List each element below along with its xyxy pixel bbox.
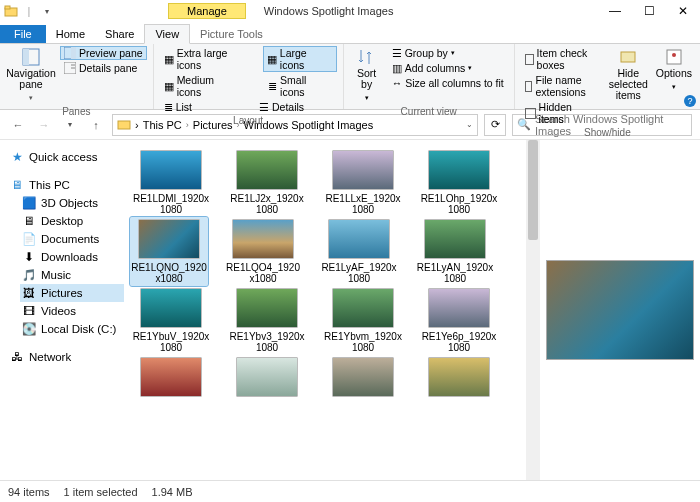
- navigation-pane-button[interactable]: Navigation pane ▾: [6, 46, 56, 105]
- add-columns-button[interactable]: ▥Add columns▾: [388, 61, 508, 75]
- preview-pane-button[interactable]: Preview pane: [60, 46, 147, 60]
- pictures-icon: 🖼: [22, 286, 36, 300]
- layout-medium[interactable]: ▦Medium icons: [160, 73, 244, 99]
- svg-point-11: [672, 53, 676, 57]
- ribbon-group-label-showhide: Show/hide: [521, 126, 694, 139]
- options-button[interactable]: Options ▾: [654, 46, 694, 126]
- file-item[interactable]: [228, 357, 306, 397]
- file-item-selected[interactable]: RE1LQNO_1920x1080: [130, 217, 208, 286]
- size-columns-button[interactable]: ↔Size all columns to fit: [388, 76, 508, 90]
- options-label: Options: [656, 68, 692, 79]
- file-name: RE1LyAF_1920x1080: [320, 262, 398, 284]
- layout-xl-label: Extra large icons: [177, 47, 253, 71]
- checkbox-icon: [525, 54, 534, 65]
- sidebar-downloads[interactable]: ⬇Downloads: [20, 248, 124, 266]
- ribbon-group-label-current: Current view: [350, 105, 508, 118]
- ribbon-group-panes: Navigation pane ▾ Preview pane Details p…: [0, 44, 154, 109]
- help-icon[interactable]: ?: [684, 95, 696, 107]
- sidebar-label: Quick access: [29, 151, 97, 163]
- layout-lg-label: Large icons: [280, 47, 333, 71]
- close-button[interactable]: ✕: [666, 0, 700, 22]
- sidebar-label: Network: [29, 351, 71, 363]
- sort-by-button[interactable]: Sort by ▾: [350, 46, 384, 105]
- file-item[interactable]: RE1YbuV_1920x1080: [132, 288, 210, 353]
- thumbnail: [140, 150, 202, 190]
- sidebar-music[interactable]: 🎵Music: [20, 266, 124, 284]
- qat-dropdown-icon[interactable]: ▾: [40, 4, 54, 18]
- details-pane-icon: [64, 62, 76, 74]
- sidebar-this-pc[interactable]: 🖥This PC: [8, 176, 124, 194]
- group-by-label: Group by: [405, 47, 448, 59]
- navigation-pane-icon: [22, 48, 40, 66]
- chevron-right-icon[interactable]: ›: [135, 119, 139, 131]
- sidebar-network[interactable]: 🖧Network: [8, 348, 124, 366]
- layout-list[interactable]: ≣List: [160, 100, 196, 114]
- disk-icon: 💽: [22, 322, 36, 336]
- layout-list-label: List: [176, 101, 192, 113]
- file-item[interactable]: RE1Ybvm_1920x1080: [324, 288, 402, 353]
- file-extensions-toggle[interactable]: File name extensions: [521, 73, 603, 99]
- layout-details[interactable]: ☰Details: [255, 100, 308, 114]
- sidebar-desktop[interactable]: 🖥Desktop: [20, 212, 124, 230]
- thumbnail: [332, 150, 394, 190]
- file-item[interactable]: RE1LLxE_1920x1080: [324, 150, 402, 215]
- file-item[interactable]: [324, 357, 402, 397]
- tab-view[interactable]: View: [144, 24, 190, 44]
- thumbnail: [236, 288, 298, 328]
- cube-icon: 🟦: [22, 196, 36, 210]
- file-name: RE1LQO4_1920x1080: [224, 262, 302, 284]
- svg-rect-3: [23, 49, 29, 65]
- file-item[interactable]: RE1LJ2x_1920x1080: [228, 150, 306, 215]
- maximize-button[interactable]: ☐: [632, 0, 666, 22]
- minimize-button[interactable]: —: [598, 0, 632, 22]
- hidden-items-toggle[interactable]: Hidden items: [521, 100, 603, 126]
- layout-small[interactable]: ≣Small icons: [264, 73, 337, 99]
- file-grid[interactable]: RE1LDMI_1920x1080 RE1LJ2x_1920x1080 RE1L…: [128, 140, 526, 480]
- file-name: RE1Ybv3_1920x1080: [228, 331, 306, 353]
- contextual-tab-manage[interactable]: Manage: [168, 3, 246, 19]
- scrollbar-thumb[interactable]: [528, 140, 538, 240]
- layout-large[interactable]: ▦Large icons: [263, 46, 337, 72]
- sidebar-videos[interactable]: 🎞Videos: [20, 302, 124, 320]
- chevron-down-icon: ▾: [451, 49, 455, 57]
- file-item[interactable]: RE1Ybv3_1920x1080: [228, 288, 306, 353]
- thumbnail: [332, 288, 394, 328]
- tab-home[interactable]: Home: [46, 25, 95, 43]
- sidebar-pictures[interactable]: 🖼Pictures: [20, 284, 124, 302]
- address-dropdown-icon[interactable]: ⌄: [466, 120, 473, 129]
- sidebar-label: Videos: [41, 305, 76, 317]
- tab-share[interactable]: Share: [95, 25, 144, 43]
- hide-selected-button[interactable]: Hide selected items: [607, 46, 650, 126]
- sidebar-local-disk[interactable]: 💽Local Disk (C:): [20, 320, 124, 338]
- sidebar-documents[interactable]: 📄Documents: [20, 230, 124, 248]
- file-item[interactable]: [420, 357, 498, 397]
- file-item[interactable]: RE1LDMI_1920x1080: [132, 150, 210, 215]
- quick-access-toolbar: | ▾: [0, 4, 58, 18]
- details-pane-button[interactable]: Details pane: [60, 61, 147, 75]
- titlebar: | ▾ Manage Windows Spotlight Images — ☐ …: [0, 0, 700, 22]
- layout-extra-large[interactable]: ▦Extra large icons: [160, 46, 257, 72]
- tab-file[interactable]: File: [0, 25, 46, 43]
- checkbox-icon: [525, 108, 536, 119]
- item-checkboxes-toggle[interactable]: Item check boxes: [521, 46, 603, 72]
- sidebar-quick-access[interactable]: ★Quick access: [8, 148, 124, 166]
- thumbnail: [140, 357, 202, 397]
- file-name: RE1YbuV_1920x1080: [132, 331, 210, 353]
- sidebar-label: Pictures: [41, 287, 83, 299]
- tab-picture-tools[interactable]: Picture Tools: [190, 25, 273, 43]
- scrollbar[interactable]: [526, 140, 540, 480]
- file-item[interactable]: RE1LyAF_1920x1080: [320, 219, 398, 284]
- ribbon-tabs: File Home Share View Picture Tools: [0, 22, 700, 44]
- file-item[interactable]: RE1LyAN_1920x1080: [416, 219, 494, 284]
- group-by-button[interactable]: ☰Group by▾: [388, 46, 508, 60]
- svg-rect-5: [71, 47, 76, 59]
- ribbon-group-layout: ▦Extra large icons ▦Large icons ▦Medium …: [154, 44, 344, 109]
- file-item[interactable]: RE1Ye6p_1920x1080: [420, 288, 498, 353]
- file-item[interactable]: RE1LOhp_1920x1080: [420, 150, 498, 215]
- status-item-count: 94 items: [8, 486, 50, 498]
- add-columns-label: Add columns: [405, 62, 466, 74]
- sidebar-label: Downloads: [41, 251, 98, 263]
- sidebar-3d-objects[interactable]: 🟦3D Objects: [20, 194, 124, 212]
- file-item[interactable]: [132, 357, 210, 397]
- file-item[interactable]: RE1LQO4_1920x1080: [224, 219, 302, 284]
